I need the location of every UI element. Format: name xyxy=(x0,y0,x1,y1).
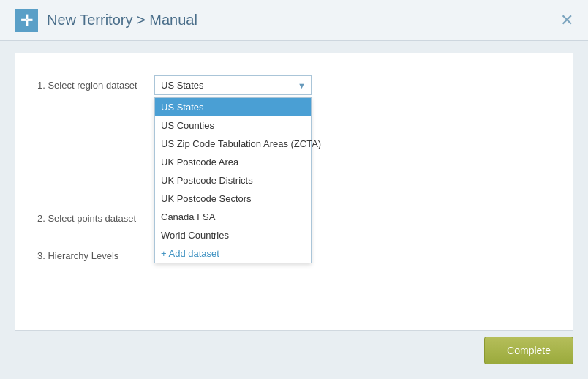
dropdown-item[interactable]: World Countries xyxy=(155,226,311,244)
step1-label: 1. Select region dataset xyxy=(37,75,154,91)
dropdown-item[interactable]: UK Postcode Sectors xyxy=(155,190,311,208)
dialog-header: ✛ New Territory > Manual ✕ xyxy=(0,0,588,41)
dialog-title: New Territory > Manual xyxy=(47,12,197,29)
new-territory-icon: ✛ xyxy=(15,9,38,32)
add-dataset-item[interactable]: + Add dataset xyxy=(155,244,311,263)
region-dropdown: US StatesUS CountiesUS Zip Code Tabulati… xyxy=(154,97,312,263)
step3-label: 3. Hierarchy Levels xyxy=(37,246,154,261)
dropdown-item[interactable]: Canada FSA xyxy=(155,208,311,226)
complete-button[interactable]: Complete xyxy=(484,337,573,364)
header-left: ✛ New Territory > Manual xyxy=(15,9,197,32)
step2-label: 2. Select points dataset xyxy=(37,209,154,224)
dropdown-item[interactable]: UK Postcode Districts xyxy=(155,171,311,190)
dropdown-item[interactable]: US States xyxy=(155,98,311,116)
close-button[interactable]: ✕ xyxy=(560,12,573,29)
dropdown-item[interactable]: US Zip Code Tabulation Areas (ZCTA) xyxy=(155,135,311,153)
dialog-body: 1. Select region dataset US StatesUS Cou… xyxy=(15,53,573,331)
dropdown-item[interactable]: US Counties xyxy=(155,116,311,135)
region-select-wrapper: US StatesUS CountiesUS Zip Code Tabulati… xyxy=(154,75,312,95)
step1-row: 1. Select region dataset US StatesUS Cou… xyxy=(37,75,551,95)
dropdown-item[interactable]: UK Postcode Area xyxy=(155,153,311,171)
region-select[interactable]: US StatesUS CountiesUS Zip Code Tabulati… xyxy=(154,75,312,95)
